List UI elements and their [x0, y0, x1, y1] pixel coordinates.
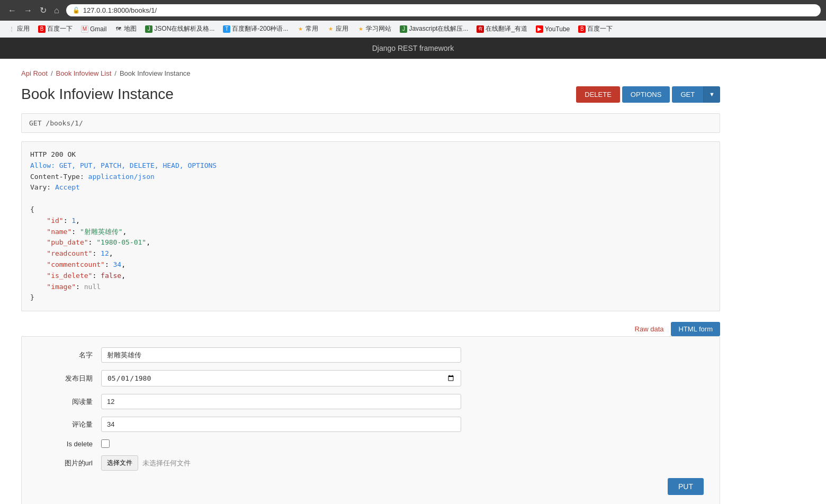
bookmark-map[interactable]: 🗺 地图 [111, 23, 140, 35]
response-allow: Allow: GET, PUT, PATCH, DELETE, HEAD, OP… [30, 160, 711, 172]
put-button[interactable]: PUT [668, 478, 704, 495]
bookmark-map-label: 地图 [124, 24, 137, 33]
form-actions: PUT [38, 478, 704, 495]
map-icon: 🗺 [115, 25, 122, 33]
file-input-row: 选择文件 未选择任何文件 [101, 455, 191, 471]
breadcrumb-sep-2: / [114, 69, 116, 77]
translate-icon: T [223, 25, 230, 33]
bookmark-baidu2-label: 百度一下 [587, 24, 613, 33]
input-is-delete[interactable] [101, 439, 110, 448]
bookmark-baidu2[interactable]: B 百度一下 [574, 23, 616, 35]
lock-icon: 🔓 [73, 7, 80, 14]
response-status: HTTP 200 OK [30, 149, 711, 160]
forward-button[interactable]: → [21, 5, 35, 16]
main-content: Api Root / Book Infoview List / Book Inf… [0, 59, 741, 504]
bookmark-apps[interactable]: ⋮ 应用 [4, 23, 33, 35]
breadcrumb: Api Root / Book Infoview List / Book Inf… [21, 69, 720, 77]
form-row-name: 名字 [38, 347, 704, 363]
tab-html-form[interactable]: HTML form [671, 322, 720, 336]
bookmark-json-label: JSON在线解析及格... [154, 24, 214, 33]
options-button[interactable]: OPTIONS [622, 86, 670, 103]
input-commentcount[interactable] [101, 417, 461, 432]
star-icon-2: ★ [327, 25, 334, 33]
drf-header: Django REST framework [0, 38, 826, 59]
baidu2-icon: B [578, 25, 586, 33]
input-name[interactable] [101, 347, 461, 363]
breadcrumb-api-root[interactable]: Api Root [21, 69, 48, 77]
form-container: 名字 发布日期 阅读量 评论量 Is delete 图片的url 选择文件 未选… [21, 336, 720, 504]
bookmark-translate-label: 百度翻译-200种语... [232, 24, 288, 33]
bookmark-gmail[interactable]: M Gmail [77, 24, 110, 34]
bookmark-json[interactable]: J JSON在线解析及格... [141, 23, 218, 35]
bookmark-apps2[interactable]: ★ 应用 [323, 23, 352, 35]
get-button[interactable]: GET [672, 86, 703, 103]
bookmarks-bar: ⋮ 应用 B 百度一下 M Gmail 🗺 地图 J JSON在线解析及格...… [0, 21, 826, 38]
response-content-type: Content-Type: application/json [30, 172, 711, 183]
bookmark-youdao[interactable]: 有 在线翻译_有道 [473, 23, 531, 35]
address-text: 127.0.0.1:8000/books/1/ [83, 6, 157, 14]
label-readcount: 阅读量 [38, 397, 101, 407]
get-button-group: GET ▼ [672, 86, 720, 103]
back-button[interactable]: ← [5, 5, 19, 16]
baidu-icon: B [38, 25, 46, 33]
reload-button[interactable]: ↻ [37, 4, 49, 16]
page-title-row: Book Infoview Instance DELETE OPTIONS GE… [21, 86, 720, 103]
bookmark-youdao-label: 在线翻译_有道 [486, 24, 527, 33]
breadcrumb-current: Book Infoview Instance [120, 69, 191, 77]
bookmark-youtube[interactable]: ▶ YouTube [532, 24, 573, 34]
bookmark-apps2-label: 应用 [336, 24, 348, 33]
bookmark-study-label: 学习网站 [366, 24, 391, 33]
bookmark-common-label: 常用 [306, 24, 318, 33]
bookmark-common[interactable]: ★ 常用 [293, 23, 322, 35]
form-row-is-delete: Is delete [38, 439, 704, 448]
star-icon-3: ★ [357, 25, 364, 33]
json-icon: J [145, 25, 152, 33]
input-pub-date[interactable] [101, 370, 461, 386]
response-vary: Vary: Accept [30, 182, 711, 193]
nav-buttons: ← → ↻ ⌂ [5, 4, 62, 16]
label-image: 图片的url [38, 458, 101, 468]
bookmark-translate[interactable]: T 百度翻译-200种语... [219, 23, 292, 35]
choose-file-button[interactable]: 选择文件 [101, 455, 138, 471]
bookmark-baidu[interactable]: B 百度一下 [34, 23, 76, 35]
get-dropdown-button[interactable]: ▼ [703, 86, 720, 103]
address-bar[interactable]: 🔓 127.0.0.1:8000/books/1/ [66, 4, 821, 16]
browser-chrome: ← → ↻ ⌂ 🔓 127.0.0.1:8000/books/1/ [0, 0, 826, 21]
input-readcount[interactable] [101, 394, 461, 409]
youtube-icon: ▶ [536, 25, 543, 33]
tab-raw-data[interactable]: Raw data [627, 322, 671, 336]
tab-bar: Raw data HTML form [21, 322, 720, 336]
bookmark-youtube-label: YouTube [545, 25, 570, 33]
form-row-image: 图片的url 选择文件 未选择任何文件 [38, 455, 704, 471]
gmail-icon: M [81, 25, 88, 33]
breadcrumb-book-list[interactable]: Book Infoview List [56, 69, 112, 77]
response-panel: HTTP 200 OK Allow: GET, PUT, PATCH, DELE… [21, 141, 720, 311]
response-body: { "id": 1, "name": "射雕英雄传", "pub_date": … [30, 204, 711, 303]
delete-button[interactable]: DELETE [576, 86, 620, 103]
form-row-commentcount: 评论量 [38, 417, 704, 432]
bookmark-apps-label: 应用 [17, 24, 30, 33]
drf-header-text: Django REST framework [372, 44, 454, 52]
bookmark-gmail-label: Gmail [90, 25, 106, 33]
label-name: 名字 [38, 350, 101, 360]
label-commentcount: 评论量 [38, 420, 101, 429]
bookmark-js[interactable]: J Javascript在线解压... [396, 23, 472, 35]
no-file-text: 未选择任何文件 [142, 458, 191, 468]
form-row-readcount: 阅读量 [38, 394, 704, 409]
form-row-pub-date: 发布日期 [38, 370, 704, 386]
bookmark-baidu-label: 百度一下 [47, 24, 73, 33]
star-icon-1: ★ [297, 25, 304, 33]
page-title: Book Infoview Instance [21, 86, 174, 103]
youdao-icon: 有 [477, 25, 484, 33]
bookmark-study[interactable]: ★ 学习网站 [353, 23, 395, 35]
label-is-delete: Is delete [38, 440, 101, 448]
url-display: GET /books/1/ [21, 113, 720, 133]
action-buttons: DELETE OPTIONS GET ▼ [576, 86, 720, 103]
breadcrumb-sep-1: / [51, 69, 53, 77]
bookmark-js-label: Javascript在线解压... [409, 24, 468, 33]
label-pub-date: 发布日期 [38, 374, 101, 383]
home-button[interactable]: ⌂ [51, 5, 62, 16]
js-icon: J [400, 25, 407, 33]
apps-grid-icon: ⋮ [8, 25, 15, 33]
